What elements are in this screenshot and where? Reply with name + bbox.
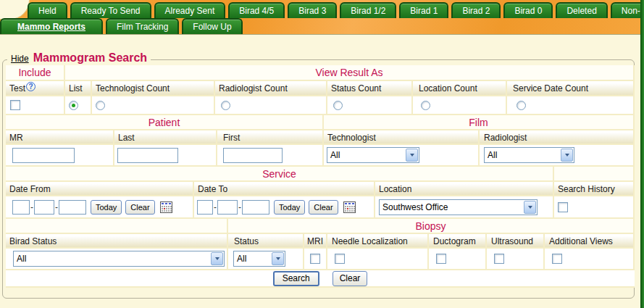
tab-birad-3[interactable]: Birad 3 — [288, 2, 337, 18]
location-select[interactable]: Southwest Office — [379, 199, 538, 215]
search-history-checkbox[interactable] — [558, 202, 568, 212]
location-count-label: Location Count — [413, 81, 507, 95]
date-to-day-input[interactable] — [217, 200, 238, 215]
calendar-icon[interactable] — [343, 201, 356, 213]
test-checkbox[interactable] — [10, 100, 20, 110]
status-select-value: All — [237, 254, 246, 264]
date-from-clear-button[interactable]: Clear — [125, 200, 154, 215]
test-label-cell: Test ? — [6, 81, 65, 95]
service-control-row: -- Today Clear -- Today Clear Southwest … — [6, 196, 635, 219]
tab-birad-4-5[interactable]: Birad 4/5 — [228, 2, 285, 18]
biopsy-section-header: Biopsy — [228, 219, 635, 233]
chevron-down-icon — [211, 252, 223, 265]
tab-ready-to-send[interactable]: Ready To Send — [70, 2, 151, 18]
section-header-row-service: Service — [6, 167, 635, 182]
radiologist-select[interactable]: All — [484, 147, 574, 163]
date-separator: - — [30, 202, 33, 212]
right-edge-bar — [640, 0, 644, 308]
clear-button[interactable]: Clear — [333, 271, 368, 286]
additional-views-label: Additional Views — [545, 234, 635, 247]
mri-checkbox[interactable] — [310, 254, 320, 264]
service-date-count-label: Service Date Count — [507, 81, 635, 95]
date-separator: - — [55, 202, 58, 212]
mr-label: MR — [6, 130, 114, 143]
patient-section-header: Patient — [6, 115, 324, 129]
tab-follow-up[interactable]: Follow Up — [182, 18, 242, 34]
location-label: Location — [375, 182, 554, 195]
chevron-down-icon — [524, 201, 536, 214]
biopsy-header-spacer — [6, 219, 228, 233]
mri-label: MRI — [304, 234, 327, 247]
view-option-radio-technologist-count[interactable] — [96, 101, 105, 110]
chevron-down-icon — [561, 149, 573, 162]
birad-status-label: Birad Status — [6, 234, 228, 247]
view-option-radio-list[interactable] — [69, 101, 78, 110]
date-from-today-button[interactable]: Today — [91, 200, 122, 215]
date-from-month-input[interactable] — [12, 200, 30, 215]
tab-deleted[interactable]: Deleted — [556, 2, 607, 18]
search-legend: Hide Mammogram Search — [7, 51, 151, 64]
mr-input[interactable] — [12, 148, 75, 163]
first-name-input[interactable] — [223, 148, 283, 163]
patient-film-control-row: All All — [6, 145, 635, 167]
status-label: Status — [228, 234, 304, 247]
view-option-radio-location-count[interactable] — [421, 101, 430, 110]
date-to-label: Date To — [194, 182, 375, 195]
secondary-tab-bar: Mammo Reports Film Tracking Follow Up — [0, 18, 243, 34]
last-name-input[interactable] — [117, 148, 178, 163]
technologist-select-value: All — [330, 150, 340, 160]
section-header-row-patient-film: Patient Film — [6, 115, 635, 130]
tab-non-compliant[interactable]: Non-Compliant — [611, 2, 644, 18]
location-select-value: Southwest Office — [382, 202, 448, 212]
service-label-row: Date From Date To Location Search Histor… — [6, 182, 635, 196]
calendar-icon[interactable] — [160, 201, 172, 213]
hide-link[interactable]: Hide — [11, 54, 29, 64]
needle-localization-checkbox[interactable] — [335, 254, 345, 264]
birad-status-select[interactable]: All — [13, 251, 225, 267]
date-separator: - — [214, 202, 217, 212]
section-header-row-biopsy: Biopsy — [6, 219, 635, 234]
view-option-radio-status-count[interactable] — [333, 101, 343, 110]
ductogram-label: Ductogram — [429, 234, 487, 247]
view-option-radio-radiologist-count[interactable] — [221, 101, 230, 110]
view-result-as-header: View Result As — [65, 65, 635, 80]
date-to-today-button[interactable]: Today — [274, 200, 305, 215]
ductogram-checkbox[interactable] — [436, 254, 446, 264]
date-to-month-input[interactable] — [197, 200, 213, 215]
tab-held[interactable]: Held — [28, 2, 67, 18]
tab-birad-2[interactable]: Birad 2 — [451, 2, 501, 18]
service-section-header: Service — [6, 167, 554, 180]
date-to-year-input[interactable] — [242, 200, 269, 215]
search-button[interactable]: Search — [273, 271, 319, 286]
date-from-day-input[interactable] — [34, 200, 54, 215]
tab-film-tracking[interactable]: Film Tracking — [106, 18, 179, 34]
include-section-header: Include — [6, 65, 65, 80]
primary-tab-bar: Held Ready To Send Already Sent Birad 4/… — [28, 2, 644, 18]
view-result-control-row — [6, 96, 635, 115]
last-label: Last — [114, 130, 217, 143]
birad-status-select-value: All — [17, 254, 26, 264]
date-from-year-input[interactable] — [59, 200, 86, 215]
ultrasound-label: Ultrasound — [487, 234, 545, 247]
patient-film-label-row: MR Last First Technologist Radiologist — [6, 130, 635, 145]
tab-birad-1-2[interactable]: Birad 1/2 — [340, 2, 396, 18]
first-label: First — [217, 130, 324, 143]
ultrasound-checkbox[interactable] — [494, 254, 504, 264]
view-result-label-row: Test ? List Technologist Count Radiologi… — [6, 81, 635, 96]
tab-mammo-reports[interactable]: Mammo Reports — [0, 18, 103, 34]
chevron-down-icon — [406, 149, 418, 162]
additional-views-checkbox[interactable] — [552, 254, 562, 264]
needle-localization-label: Needle Localization — [327, 234, 429, 247]
tab-already-sent[interactable]: Already Sent — [154, 2, 226, 18]
tab-birad-0[interactable]: Birad 0 — [503, 2, 553, 18]
view-option-radio-service-date-count[interactable] — [517, 101, 526, 110]
chevron-down-icon — [272, 252, 284, 265]
help-icon[interactable]: ? — [26, 82, 35, 91]
status-select[interactable]: All — [233, 251, 285, 267]
date-to-clear-button[interactable]: Clear — [309, 200, 338, 215]
technologist-count-label: Technologist Count — [92, 81, 215, 95]
date-from-label: Date From — [6, 182, 194, 195]
tab-birad-1[interactable]: Birad 1 — [399, 2, 448, 18]
technologist-select[interactable]: All — [327, 147, 419, 163]
biopsy-control-row: All All — [6, 249, 635, 270]
